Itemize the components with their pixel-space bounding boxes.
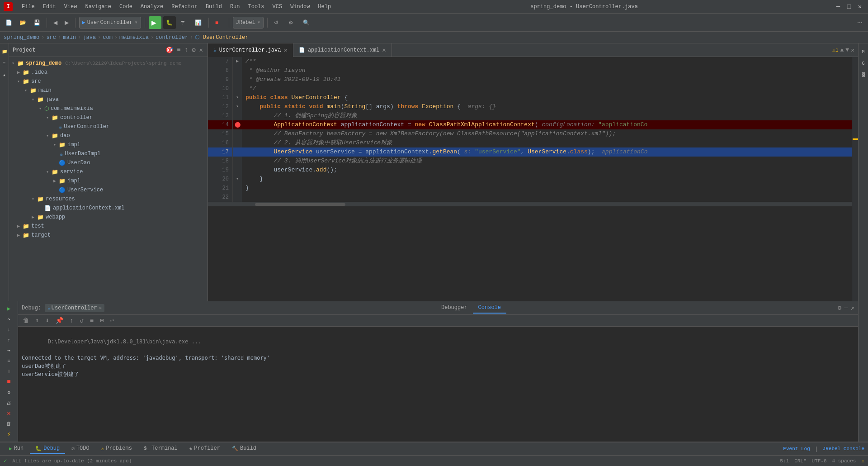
- menu-build[interactable]: Build: [202, 3, 226, 11]
- toolbar-new-file[interactable]: 📄: [3, 16, 15, 29]
- tab-expand-icon[interactable]: ▼: [845, 47, 849, 53]
- step-into-button[interactable]: ↓: [5, 326, 14, 333]
- breadcrumb-project[interactable]: spring_demo: [4, 34, 39, 41]
- tree-userservice[interactable]: ▾ 🔵 UserService: [9, 185, 208, 195]
- toolbar-forward[interactable]: ▶: [62, 16, 71, 29]
- toolbar-back[interactable]: ◀: [51, 16, 60, 29]
- breadcrumb-usercontroller[interactable]: ⬡ UserController: [195, 34, 248, 41]
- toolbar-more[interactable]: ⋯: [854, 16, 865, 29]
- tree-appcontext-xml[interactable]: ▾ 📄 applicationContext.xml: [9, 204, 208, 213]
- fold-arrow-11[interactable]: ▾: [236, 93, 239, 102]
- tree-com-meimeixia[interactable]: ▾ ⬡ com.meimeixia: [9, 104, 208, 113]
- coverage-button[interactable]: ☂: [178, 16, 190, 29]
- debug-session-close[interactable]: ✕: [99, 305, 102, 311]
- panel-locate-icon[interactable]: 🎯: [165, 45, 174, 55]
- status-crlf[interactable]: CRLF: [794, 458, 806, 464]
- tree-src[interactable]: ▾ 📁 src: [9, 77, 208, 86]
- right-maven-icon[interactable]: M: [859, 47, 868, 56]
- menu-refactor[interactable]: Refactor: [168, 3, 201, 11]
- console-wrap-btn[interactable]: ↩: [108, 316, 116, 325]
- console-filter-btn[interactable]: ≡: [88, 316, 95, 325]
- tree-root[interactable]: ▾ 📁 spring_demo C:\Users\32120\IdeaProje…: [9, 59, 208, 68]
- menu-edit[interactable]: Edit: [39, 3, 60, 11]
- bottom-tab-debugger[interactable]: Debugger: [436, 303, 473, 314]
- code-editor[interactable]: 7 ▶ /** 8 * @author liayun 9 * @create 2…: [208, 57, 858, 301]
- console-up-btn[interactable]: ↑: [68, 316, 75, 325]
- panel-collapse-icon[interactable]: ↕: [184, 45, 189, 55]
- tree-webapp[interactable]: ▶ 📁 webapp: [9, 213, 208, 222]
- debug-button[interactable]: 🐛: [163, 16, 176, 29]
- status-indent[interactable]: 4 spaces: [832, 458, 856, 464]
- menu-run[interactable]: Run: [226, 3, 244, 11]
- jrebel-console-link[interactable]: JRebel Console: [823, 446, 864, 452]
- tree-target[interactable]: ▶ 📁 target: [9, 231, 208, 240]
- run-button[interactable]: ▶: [149, 16, 161, 29]
- console-scroll-up-btn[interactable]: ⬆: [33, 316, 41, 325]
- tree-usercontroller[interactable]: ▾ ☕ UserController: [9, 122, 208, 131]
- step-out-button[interactable]: ↑: [5, 336, 14, 344]
- event-log-link[interactable]: Event Log: [783, 446, 810, 452]
- print-button[interactable]: 🖨: [5, 399, 14, 407]
- menu-window[interactable]: Window: [287, 3, 313, 11]
- tree-dao-impl[interactable]: ▾ 📁 impl: [9, 140, 208, 149]
- tree-main[interactable]: ▾ 📁 main: [9, 86, 208, 95]
- app-tab-build[interactable]: 🔨 Build: [226, 443, 262, 454]
- app-tab-debug[interactable]: 🐛 Debug: [30, 443, 65, 454]
- resume-button[interactable]: ▶: [5, 305, 14, 313]
- status-cursor[interactable]: 5:1: [780, 458, 789, 464]
- app-tab-problems[interactable]: ⚠ Problems: [96, 443, 137, 454]
- tab-usercontroller[interactable]: ☕ UserController.java ✕: [208, 43, 293, 57]
- tree-service[interactable]: ▾ 📁 service: [9, 167, 208, 176]
- bottom-tab-console[interactable]: Console: [473, 303, 506, 314]
- tree-service-impl[interactable]: ▶ 📁 impl: [9, 176, 208, 185]
- breadcrumb-controller[interactable]: controller: [156, 34, 188, 41]
- run-config-dropdown[interactable]: ▶ UserController ▾: [79, 17, 141, 29]
- tab-usercontroller-close[interactable]: ✕: [283, 47, 287, 53]
- clear-button[interactable]: 🗑: [5, 420, 14, 428]
- pause-button[interactable]: ⏸: [5, 367, 14, 375]
- profile-button[interactable]: 📊: [192, 16, 205, 29]
- toolbar-search[interactable]: 🔍: [300, 16, 313, 29]
- toolbar-save[interactable]: 💾: [31, 16, 43, 29]
- tree-idea[interactable]: ▶ 📁 .idea: [9, 68, 208, 77]
- breadcrumb-java[interactable]: java: [83, 34, 96, 41]
- console-redo-btn[interactable]: ↺: [78, 316, 85, 325]
- debug-session[interactable]: ☕ UserController ✕: [45, 304, 104, 312]
- menu-file[interactable]: File: [18, 3, 38, 11]
- stop-debug-button[interactable]: ■: [5, 378, 14, 386]
- menu-tools[interactable]: Tools: [245, 3, 268, 11]
- app-tab-terminal[interactable]: $_ Terminal: [138, 443, 183, 454]
- toolbar-open[interactable]: 📂: [17, 16, 29, 29]
- settings-debug-button[interactable]: ⚙: [5, 389, 14, 396]
- menu-navigate[interactable]: Navigate: [81, 3, 115, 11]
- step-over-button[interactable]: ↷: [5, 315, 14, 323]
- status-charset[interactable]: UTF-8: [812, 458, 827, 464]
- structure-icon[interactable]: ≡: [0, 59, 9, 68]
- toolbar-stop[interactable]: ■: [212, 16, 225, 29]
- lightning-button[interactable]: ⚡: [5, 430, 14, 438]
- console-scroll-down-btn[interactable]: ⬇: [43, 316, 51, 325]
- tab-settings-icon[interactable]: ▲: [840, 47, 844, 53]
- minimize-button[interactable]: ─: [834, 2, 843, 11]
- app-tab-todo[interactable]: ☑ TODO: [66, 443, 94, 454]
- project-icon[interactable]: 📁: [0, 47, 9, 56]
- console-clear-btn[interactable]: 🗑: [21, 316, 31, 325]
- bottom-settings-icon[interactable]: ⚙: [838, 304, 841, 312]
- menu-vcs[interactable]: VCS: [269, 3, 286, 11]
- menu-help[interactable]: Help: [314, 3, 335, 11]
- menu-view[interactable]: View: [61, 3, 81, 11]
- tree-java[interactable]: ▾ 📁 java: [9, 95, 208, 104]
- breadcrumb-meimeixia[interactable]: meimeixia: [119, 34, 149, 41]
- expand-panel-icon[interactable]: ↗: [851, 304, 854, 312]
- maximize-button[interactable]: □: [844, 2, 854, 11]
- toolbar-settings[interactable]: ⚙: [286, 16, 298, 29]
- app-tab-profiler[interactable]: ◈ Profiler: [184, 443, 226, 454]
- tree-resources[interactable]: ▾ 📁 resources: [9, 195, 208, 204]
- menu-code[interactable]: Code: [116, 3, 136, 11]
- right-gradle-icon[interactable]: G: [859, 59, 868, 68]
- tree-userdaoimpl[interactable]: ☕ UserDaoImpl: [9, 149, 208, 158]
- jrebel-dropdown[interactable]: JRebel ▾: [233, 17, 264, 29]
- run-cursor-button[interactable]: ⇥: [5, 347, 14, 354]
- right-database-icon[interactable]: 🗄: [859, 71, 868, 80]
- tree-dao[interactable]: ▾ 📁 dao: [9, 131, 208, 140]
